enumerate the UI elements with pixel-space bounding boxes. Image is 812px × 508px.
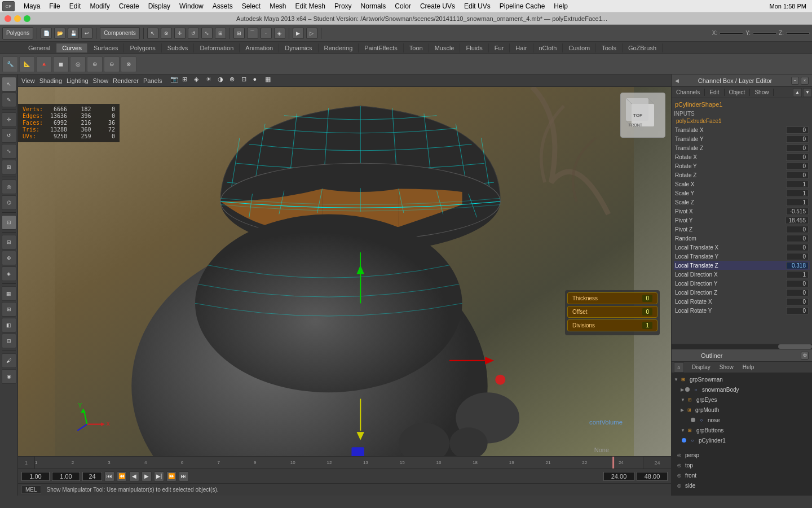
ch-pivot-x[interactable]: Pivot X -0.515 bbox=[674, 207, 810, 216]
channel-scroll-thumb[interactable] bbox=[778, 344, 812, 349]
snap-point-btn[interactable]: ⊕ bbox=[2, 251, 16, 265]
ch-scroll-down-icon[interactable]: ▼ bbox=[803, 88, 812, 97]
menu-mesh[interactable]: Mesh bbox=[265, 2, 290, 10]
shelf-tab-subdvs[interactable]: Subdvs bbox=[162, 43, 195, 52]
viewport-menu-renderer[interactable]: Renderer bbox=[113, 77, 139, 84]
outliner-nose[interactable]: ○ nose bbox=[672, 415, 812, 425]
shelf-tab-hair[interactable]: Hair bbox=[510, 43, 533, 52]
channels-tab[interactable]: Channels bbox=[672, 89, 705, 96]
outliner-side[interactable]: ◎ side bbox=[672, 480, 812, 491]
menu-window[interactable]: Window bbox=[175, 2, 208, 10]
current-frame[interactable]: 24 bbox=[82, 472, 102, 481]
undo-icon[interactable]: ↩ bbox=[81, 28, 92, 39]
snap-point-icon[interactable]: · bbox=[261, 28, 272, 39]
lighting-mode-icon[interactable]: ☀ bbox=[206, 76, 216, 86]
outliner-tab-display[interactable]: Display bbox=[689, 364, 714, 371]
shelf-tab-curves[interactable]: Curves bbox=[56, 43, 88, 52]
new-scene-icon[interactable]: 📄 bbox=[41, 28, 52, 39]
viewport-menu-view[interactable]: View bbox=[21, 77, 35, 84]
play-btn[interactable]: ▶ bbox=[142, 471, 152, 481]
view-type-icon[interactable]: ⊞ bbox=[182, 76, 192, 86]
ch-scale-z[interactable]: Scale Z 1 bbox=[674, 198, 810, 207]
outliner-grpsnowman[interactable]: ▼ ⊞ grpSnowman bbox=[672, 374, 812, 384]
paint-select-btn[interactable]: ✎ bbox=[2, 93, 16, 107]
shelf-tab-animation[interactable]: Animation bbox=[240, 43, 279, 52]
texture-icon[interactable]: ▦ bbox=[265, 76, 275, 86]
menu-normals[interactable]: Normals bbox=[356, 2, 391, 10]
go-start-btn[interactable]: ⏮ bbox=[104, 471, 114, 481]
shelf-tab-surfaces[interactable]: Surfaces bbox=[88, 43, 124, 52]
ch-scroll-up-icon[interactable]: ▲ bbox=[793, 88, 802, 97]
menu-color[interactable]: Color bbox=[390, 2, 416, 10]
playback-speed[interactable]: 1.00 bbox=[52, 472, 80, 481]
shelf-tab-toon[interactable]: Toon bbox=[404, 43, 429, 52]
next-key-btn[interactable]: ⏩ bbox=[166, 471, 176, 481]
viewport-menu-shading[interactable]: Shading bbox=[39, 77, 62, 84]
menu-maya[interactable]: Maya bbox=[19, 2, 45, 10]
snap-surface-icon[interactable]: ◈ bbox=[274, 28, 285, 39]
ch-translate-y[interactable]: Translate Y 0 bbox=[674, 134, 810, 143]
shelf-tab-gozbrush[interactable]: GoZBrush bbox=[623, 43, 663, 52]
snap-grid-btn[interactable]: ⊟ bbox=[2, 235, 16, 249]
menu-help[interactable]: Help bbox=[549, 2, 572, 10]
ch-translate-x[interactable]: Translate X 0 bbox=[674, 125, 810, 134]
scale-icon[interactable]: ⤡ bbox=[201, 28, 213, 39]
lasso-icon[interactable]: ⊗ bbox=[161, 28, 172, 39]
snap-surface-btn[interactable]: ◈ bbox=[2, 266, 16, 281]
outliner-front[interactable]: ◎ front bbox=[672, 470, 812, 480]
mode-selector[interactable]: Polygons bbox=[2, 27, 33, 40]
ch-local-dir-x[interactable]: Local Direction X 1 bbox=[674, 270, 810, 279]
shelf-cp-icon[interactable]: CP bbox=[2, 1, 15, 11]
shelf-icon-3[interactable]: 🔺 bbox=[36, 56, 52, 72]
ch-scale-y[interactable]: Scale Y 1 bbox=[674, 189, 810, 198]
shelf-icon-6[interactable]: ⊕ bbox=[87, 56, 103, 72]
display-mode-icon[interactable]: ◈ bbox=[194, 76, 204, 86]
ch-translate-z[interactable]: Translate Z 0 bbox=[674, 143, 810, 152]
shelf-icon-4[interactable]: ◼ bbox=[53, 56, 69, 72]
snap-curve-icon[interactable]: ⌒ bbox=[247, 28, 258, 39]
channel-box-minimize-btn[interactable]: − bbox=[791, 77, 799, 85]
move-icon[interactable]: ✛ bbox=[174, 28, 186, 39]
open-scene-icon[interactable]: 📂 bbox=[54, 28, 65, 39]
ch-rotate-x[interactable]: Rotate X 0 bbox=[674, 152, 810, 161]
menu-modify[interactable]: Modify bbox=[85, 2, 114, 10]
outliner-grpmouth[interactable]: ▶ ⊞ grpMouth bbox=[672, 405, 812, 415]
ch-local-translate-z[interactable]: Local Translate Z 0.318 bbox=[674, 261, 810, 270]
ch-pivot-z[interactable]: Pivot Z 0 bbox=[674, 225, 810, 234]
shelf-icon-8[interactable]: ⊗ bbox=[121, 56, 136, 72]
menu-edit-uvs[interactable]: Edit UVs bbox=[460, 2, 495, 10]
menu-edit-mesh[interactable]: Edit Mesh bbox=[291, 2, 330, 10]
menu-assets[interactable]: Assets bbox=[208, 2, 237, 10]
ch-local-dir-y[interactable]: Local Direction Y 0 bbox=[674, 279, 810, 288]
scale-tool-btn[interactable]: ⤡ bbox=[2, 144, 16, 159]
outliner-persp[interactable]: ◎ persp bbox=[672, 450, 812, 460]
ch-pivot-y[interactable]: Pivot Y 18.455 bbox=[674, 216, 810, 225]
menu-create-uvs[interactable]: Create UVs bbox=[416, 2, 460, 10]
object-tab[interactable]: Object bbox=[725, 89, 751, 96]
render-icon[interactable]: ▶ bbox=[293, 28, 304, 39]
shelf-tab-muscle[interactable]: Muscle bbox=[429, 43, 461, 52]
components-btn[interactable]: Components bbox=[100, 27, 140, 40]
timeline[interactable]: 1 // Inline tick generation 1 bbox=[18, 456, 671, 468]
thickness-btn[interactable]: Thickness 0 bbox=[567, 292, 657, 304]
paint-weights-btn[interactable]: 🖌 bbox=[2, 353, 16, 368]
shelf-icon-2[interactable]: 📐 bbox=[19, 56, 35, 72]
prev-key-btn[interactable]: ⏪ bbox=[117, 471, 127, 481]
shelf-tab-dynamics[interactable]: Dynamics bbox=[279, 43, 318, 52]
shelf-tab-rendering[interactable]: Rendering bbox=[319, 43, 359, 52]
next-frame-btn[interactable]: ▶| bbox=[154, 471, 164, 481]
channel-box-close-btn[interactable]: × bbox=[801, 77, 809, 85]
ch-random[interactable]: Random 0 bbox=[674, 234, 810, 243]
prev-frame-btn[interactable]: ◀ bbox=[129, 471, 139, 481]
outliner-tab-show[interactable]: Show bbox=[716, 364, 737, 371]
show-tab[interactable]: Show bbox=[750, 89, 774, 96]
ipr-icon[interactable]: ▷ bbox=[306, 28, 317, 39]
outliner-grpeyes[interactable]: ▼ ⊞ grpEyes bbox=[672, 395, 812, 405]
viewport-menu-panels[interactable]: Panels bbox=[143, 77, 162, 84]
viewport-menu-lighting[interactable]: Lighting bbox=[67, 77, 89, 84]
ch-scale-x[interactable]: Scale X 1 bbox=[674, 179, 810, 189]
sculpt-btn[interactable]: ⌬ bbox=[2, 195, 16, 210]
maximize-button[interactable] bbox=[24, 15, 30, 22]
shelf-icon-1[interactable]: 🔧 bbox=[2, 56, 18, 72]
minimize-button[interactable] bbox=[14, 15, 21, 22]
